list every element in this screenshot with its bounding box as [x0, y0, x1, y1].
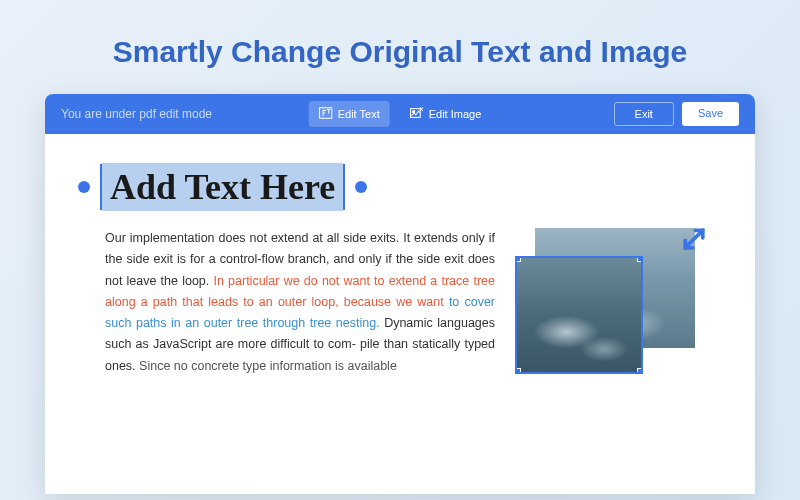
edit-text-label: Edit Text: [338, 108, 380, 120]
exit-button[interactable]: Exit: [614, 102, 674, 126]
toolbar: You are under pdf edit mode Edit Text: [45, 94, 755, 134]
svg-rect-1: [411, 109, 421, 118]
body-row: Our implementation does not extend at al…: [105, 228, 695, 388]
image-edit-zone[interactable]: [515, 228, 695, 388]
toolbar-right-actions: Exit Save: [614, 102, 739, 126]
editor-window: You are under pdf edit mode Edit Text: [45, 94, 755, 494]
document-canvas[interactable]: Add Text Here Our implementation does no…: [45, 134, 755, 494]
image-handle-top-right[interactable]: [637, 256, 643, 262]
selection-handle-right[interactable]: [355, 181, 367, 193]
image-handle-bottom-right[interactable]: [637, 368, 643, 374]
body-paragraph[interactable]: Our implementation does not extend at al…: [105, 228, 495, 388]
text-selection-box[interactable]: Add Text Here: [100, 164, 345, 210]
edit-image-button[interactable]: Edit Image: [400, 101, 492, 127]
image-edit-icon: [410, 106, 424, 122]
hero-title: Smartly Change Original Text and Image: [0, 0, 800, 94]
save-button[interactable]: Save: [682, 102, 739, 126]
edit-image-label: Edit Image: [429, 108, 482, 120]
selected-image[interactable]: [515, 256, 643, 374]
text-edit-icon: [319, 106, 333, 122]
svg-point-2: [413, 111, 415, 113]
body-seg-5: Since no concrete type information is av…: [139, 359, 397, 373]
image-handle-bottom-left[interactable]: [515, 368, 521, 374]
edit-text-button[interactable]: Edit Text: [309, 101, 390, 127]
editable-heading[interactable]: Add Text Here: [102, 163, 343, 211]
image-handle-top-left[interactable]: [515, 256, 521, 262]
mode-status-label: You are under pdf edit mode: [61, 107, 212, 121]
resize-arrow-icon: [679, 224, 709, 258]
toolbar-center-tools: Edit Text Edit Image: [309, 101, 492, 127]
selection-handle-left[interactable]: [78, 181, 90, 193]
